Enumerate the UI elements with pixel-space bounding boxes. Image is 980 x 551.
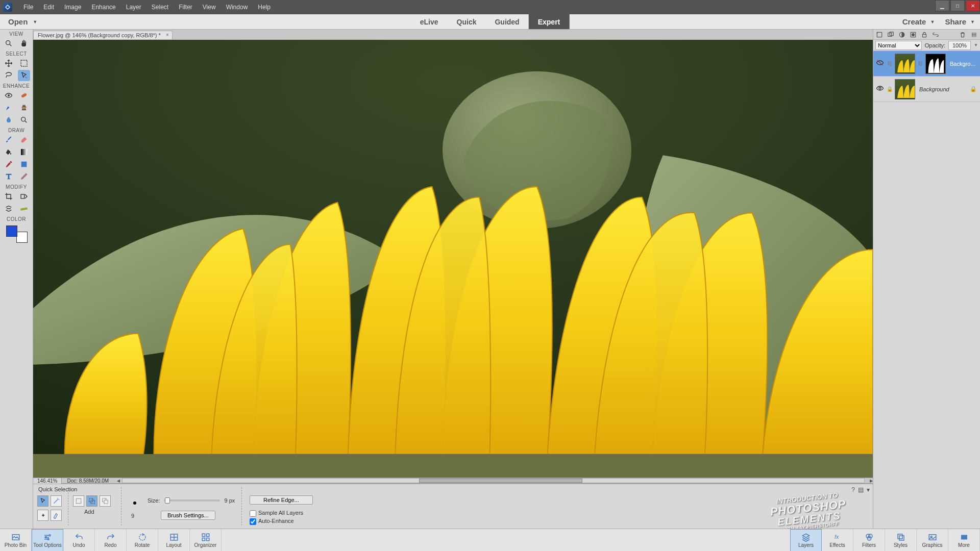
color-swatches[interactable] xyxy=(5,223,28,243)
close-button[interactable] xyxy=(966,0,980,11)
clone-stamp-tool[interactable] xyxy=(18,102,30,113)
sample-all-layers-checkbox[interactable]: Sample All Layers xyxy=(250,510,303,516)
scroll-left-icon[interactable]: ◀ xyxy=(117,479,120,483)
effects-button[interactable]: fxEffects xyxy=(822,529,853,552)
menu-image[interactable]: Image xyxy=(59,4,86,11)
content-aware-tool[interactable] xyxy=(3,203,15,214)
menu-window[interactable]: Window xyxy=(221,4,253,11)
menu-filter[interactable]: Filter xyxy=(174,4,198,11)
background-color-swatch[interactable] xyxy=(16,232,28,243)
minimize-button[interactable] xyxy=(935,0,949,11)
undo-button[interactable]: Undo xyxy=(63,529,95,552)
quick-select-tool[interactable] xyxy=(18,70,30,81)
tab-elive[interactable]: eLive xyxy=(411,14,448,29)
photo-bin-button[interactable]: Photo Bin xyxy=(0,529,32,552)
layer-thumbnail[interactable] xyxy=(895,54,915,74)
tab-guided[interactable]: Guided xyxy=(485,14,528,29)
horizontal-scrollbar[interactable] xyxy=(122,478,865,483)
layer-row[interactable]: ⛓ ⛓ Backgrou... xyxy=(873,51,980,77)
tool-options-button[interactable]: Tool Options xyxy=(32,529,63,552)
eraser-tool[interactable] xyxy=(18,134,30,145)
hand-tool[interactable] xyxy=(18,38,30,49)
blend-mode-select[interactable]: Normal xyxy=(875,41,922,50)
magic-wand-mode[interactable] xyxy=(51,495,62,507)
zoom-tool[interactable] xyxy=(3,38,15,49)
redo-button[interactable]: Redo xyxy=(95,529,127,552)
selection-subtract[interactable] xyxy=(100,495,111,507)
blur-tool[interactable] xyxy=(3,114,15,126)
more-button[interactable]: More xyxy=(948,529,980,552)
marquee-tool[interactable] xyxy=(18,58,30,69)
layers-button[interactable]: Layers xyxy=(790,529,822,552)
link-layers-icon[interactable] xyxy=(932,31,940,39)
paint-bucket-tool[interactable] xyxy=(3,146,15,158)
recompose-tool[interactable] xyxy=(18,191,30,202)
layer-row[interactable]: 🔒 Background 🔒 xyxy=(873,77,980,102)
visibility-toggle[interactable] xyxy=(875,84,885,94)
canvas[interactable] xyxy=(33,40,873,478)
quick-select-mode[interactable] xyxy=(37,495,48,507)
panel-menu-icon[interactable]: ▤ xyxy=(858,486,864,493)
move-tool[interactable] xyxy=(3,58,15,69)
refine-brush-icon[interactable] xyxy=(51,510,62,521)
redeye-tool[interactable] xyxy=(3,90,15,101)
selection-new[interactable] xyxy=(73,495,84,507)
auto-enhance-checkbox[interactable]: Auto-Enhance xyxy=(250,518,294,524)
close-icon[interactable]: × xyxy=(166,32,169,38)
lock-layer-icon[interactable] xyxy=(920,31,928,39)
filters-button[interactable]: Filters xyxy=(853,529,885,552)
shape-tool[interactable] xyxy=(18,159,30,170)
sponge-tool[interactable] xyxy=(18,114,30,126)
layer-mask-icon[interactable] xyxy=(909,31,917,39)
menu-file[interactable]: File xyxy=(18,4,38,11)
menu-enhance[interactable]: Enhance xyxy=(86,4,120,11)
refine-edge-button[interactable]: Refine Edge... xyxy=(250,495,313,505)
lasso-tool[interactable] xyxy=(3,70,15,81)
smart-brush-tool[interactable] xyxy=(3,102,15,113)
layer-thumbnail[interactable] xyxy=(895,79,915,99)
spot-heal-tool[interactable] xyxy=(18,90,30,101)
layer-lock-icon[interactable]: 🔒 xyxy=(969,86,978,92)
crop-tool[interactable] xyxy=(3,191,15,202)
graphics-button[interactable]: Graphics xyxy=(917,529,948,552)
menu-view[interactable]: View xyxy=(198,4,221,11)
size-slider[interactable] xyxy=(164,499,220,502)
menu-select[interactable]: Select xyxy=(146,4,174,11)
menu-layer[interactable]: Layer xyxy=(121,4,146,11)
collapse-icon[interactable]: ▾ xyxy=(867,486,870,493)
new-layer-icon[interactable] xyxy=(875,31,884,39)
create-button[interactable]: Create▼ xyxy=(897,17,940,26)
menu-help[interactable]: Help xyxy=(253,4,276,11)
brush-settings-button[interactable]: Brush Settings... xyxy=(161,511,215,520)
foreground-color-swatch[interactable] xyxy=(6,226,17,237)
styles-button[interactable]: Styles xyxy=(885,529,917,552)
new-selection-icon[interactable]: ✦ xyxy=(37,510,48,521)
rotate-button[interactable]: Rotate xyxy=(127,529,158,552)
share-button[interactable]: Share▼ xyxy=(940,17,980,26)
menu-edit[interactable]: Edit xyxy=(38,4,59,11)
open-button[interactable]: Open ▼ xyxy=(0,14,45,29)
type-tool[interactable] xyxy=(3,171,15,182)
adjustment-layer-icon[interactable] xyxy=(898,31,906,39)
layer-name[interactable]: Backgrou... xyxy=(948,61,978,67)
panel-menu-icon[interactable]: ▤ xyxy=(970,31,978,39)
zoom-level[interactable]: 146.41% xyxy=(33,478,62,484)
pencil-tool[interactable] xyxy=(18,171,30,182)
straighten-tool[interactable] xyxy=(18,203,30,214)
selection-add[interactable] xyxy=(86,495,97,507)
new-group-icon[interactable] xyxy=(887,31,895,39)
scrollbar-thumb[interactable] xyxy=(419,479,582,483)
tab-quick[interactable]: Quick xyxy=(448,14,486,29)
layer-mask-thumbnail[interactable] xyxy=(925,54,946,74)
layout-button[interactable]: Layout xyxy=(158,529,190,552)
visibility-toggle[interactable] xyxy=(875,59,885,68)
organizer-button[interactable]: Organizer xyxy=(190,529,222,552)
brush-tool[interactable] xyxy=(3,134,15,145)
tab-expert[interactable]: Expert xyxy=(529,14,570,29)
opacity-field[interactable]: 100% xyxy=(948,41,971,50)
delete-layer-icon[interactable] xyxy=(959,31,967,39)
gradient-tool[interactable] xyxy=(18,146,30,158)
opacity-dropdown-icon[interactable]: ▼ xyxy=(974,43,978,47)
document-tab[interactable]: Flower.jpg @ 146% (Background copy, RGB/… xyxy=(33,31,173,39)
layer-name[interactable]: Background xyxy=(917,86,967,92)
